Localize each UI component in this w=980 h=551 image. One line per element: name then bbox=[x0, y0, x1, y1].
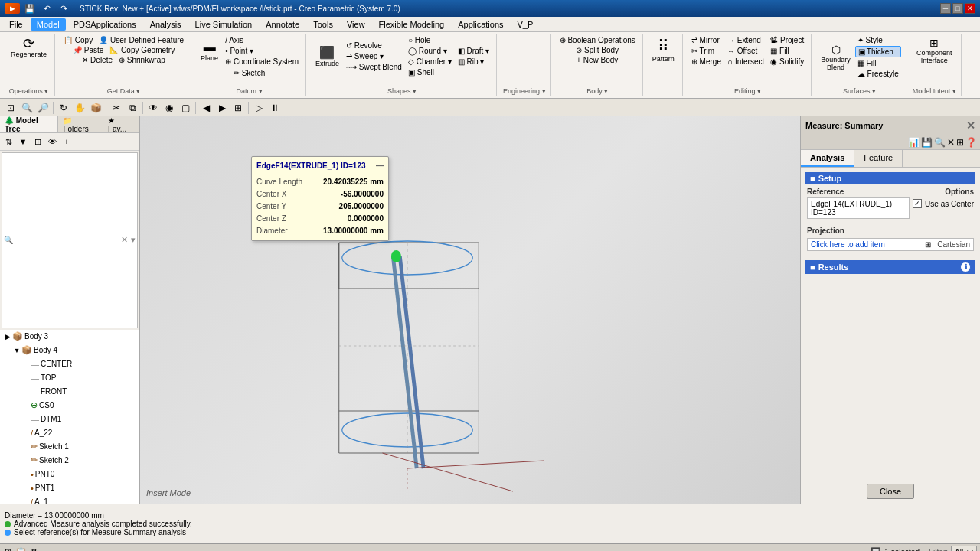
prev-view-btn[interactable]: ◀ bbox=[198, 101, 214, 115]
panel-tab-folders[interactable]: 📁 Folders bbox=[58, 116, 103, 132]
menu-pds[interactable]: PDSApplications bbox=[67, 18, 142, 31]
search-options-btn[interactable]: ▾ bbox=[129, 235, 137, 245]
wireframe-btn[interactable]: ▢ bbox=[178, 101, 193, 115]
search-input[interactable] bbox=[15, 236, 119, 244]
coord-sys-btn[interactable]: ⊕ Coordinate System bbox=[223, 57, 301, 67]
tooltip-close-icon[interactable]: — bbox=[376, 160, 384, 172]
zoom-in-btn[interactable]: 🔍 bbox=[19, 101, 34, 115]
solidify-btn[interactable]: ◉ Solidify bbox=[768, 57, 806, 67]
paste-btn[interactable]: 📌 Paste bbox=[70, 45, 106, 55]
panel-tab-model-tree[interactable]: 🌲 Model Tree bbox=[0, 116, 58, 132]
bottombar-icon-3[interactable]: ⚙ bbox=[30, 547, 38, 552]
style-btn[interactable]: ✦ Style bbox=[855, 35, 901, 45]
tree-item-a1[interactable]: / A_1 bbox=[0, 495, 139, 504]
projection-add-btn[interactable]: Click here to add item bbox=[811, 240, 922, 249]
round-btn[interactable]: ◯ Round ▾ bbox=[406, 46, 454, 56]
copy-btn[interactable]: 📋 Copy bbox=[61, 35, 95, 45]
bottombar-icon-1[interactable]: 🖥 bbox=[3, 547, 12, 552]
setup-section-title[interactable]: ■ Setup bbox=[805, 172, 975, 184]
menu-model[interactable]: Model bbox=[31, 18, 66, 31]
results-info-icon[interactable]: ℹ bbox=[960, 262, 971, 272]
menu-tools[interactable]: Tools bbox=[307, 18, 339, 31]
search-box[interactable]: 🔍 ✕ ▾ bbox=[2, 152, 138, 328]
boolean-ops-btn[interactable]: ⊕ Boolean Operations bbox=[557, 35, 638, 45]
shell-btn[interactable]: ▣ Shell bbox=[406, 67, 454, 77]
extrude-btn[interactable]: ⬛ Extrude bbox=[312, 44, 342, 69]
point-btn[interactable]: • Point ▾ bbox=[223, 46, 301, 56]
rp-icon-4[interactable]: ✕ bbox=[947, 137, 955, 148]
play-btn[interactable]: ▷ bbox=[251, 101, 266, 115]
menu-live-sim[interactable]: Live Simulation bbox=[189, 18, 259, 31]
new-body-btn[interactable]: + New Body bbox=[574, 55, 620, 65]
split-body-btn[interactable]: ⊘ Split Body bbox=[573, 45, 621, 55]
boundary-blend-btn[interactable]: ⬡ BoundaryBlend bbox=[818, 42, 854, 73]
refit-btn[interactable]: ⊞ bbox=[230, 101, 246, 115]
merge-btn[interactable]: ⊕ Merge bbox=[689, 57, 724, 67]
rp-tab-feature[interactable]: Feature bbox=[854, 150, 903, 167]
layer-btn[interactable]: ⧉ bbox=[125, 101, 140, 115]
tree-item-body3[interactable]: ▶ 📦 Body 3 bbox=[0, 330, 139, 344]
plane-btn[interactable]: ▬Plane bbox=[198, 39, 221, 64]
pan-btn[interactable]: ✋ bbox=[72, 101, 87, 115]
view-3d-btn[interactable]: 📦 bbox=[88, 101, 103, 115]
viewport[interactable]: EdgeF14(EXTRUDE_1) ID=123 — Curve Length… bbox=[140, 116, 800, 504]
menu-file[interactable]: File bbox=[3, 18, 29, 31]
component-interface-btn[interactable]: ⊞ ComponentInterface bbox=[913, 35, 956, 66]
shrinkwrap-btn[interactable]: ⊕ Shrinkwrap bbox=[116, 55, 168, 65]
zoom-out-btn[interactable]: 🔎 bbox=[35, 101, 51, 115]
bottombar-icon-2[interactable]: 📋 bbox=[15, 547, 27, 552]
rp-icon-5[interactable]: ⊞ bbox=[956, 137, 964, 148]
maximize-btn[interactable]: □ bbox=[952, 3, 963, 14]
user-defined-feature-btn[interactable]: 👤 User-Defined Feature bbox=[96, 35, 186, 45]
fill-surface-btn[interactable]: ▦ Fill bbox=[855, 58, 901, 68]
menu-analysis[interactable]: Analysis bbox=[144, 18, 188, 31]
panel-tab-favorites[interactable]: ★ Fav... bbox=[103, 116, 139, 132]
search-clear-btn[interactable]: ✕ bbox=[119, 235, 129, 245]
tree-item-body4[interactable]: ▼ 📦 Body 4 bbox=[0, 344, 139, 357]
swept-blend-btn[interactable]: ⟿ Swept Blend bbox=[344, 62, 404, 72]
extend-btn[interactable]: → Extend bbox=[725, 35, 766, 45]
rp-icon-2[interactable]: 💾 bbox=[921, 137, 933, 148]
rib-btn[interactable]: ▥ Rib ▾ bbox=[456, 57, 492, 67]
menu-flex[interactable]: Flexible Modeling bbox=[373, 18, 451, 31]
zoom-fit-btn[interactable]: ⊡ bbox=[3, 101, 18, 115]
right-panel-close-btn[interactable]: Close bbox=[867, 484, 914, 499]
minimize-btn[interactable]: ─ bbox=[940, 3, 951, 14]
spin-btn[interactable]: ↻ bbox=[56, 101, 71, 115]
hole-btn[interactable]: ○ Hole bbox=[406, 35, 454, 45]
freestyle-btn[interactable]: ☁ Freestyle bbox=[855, 69, 901, 79]
projection-icon-1[interactable]: ⊞ bbox=[925, 240, 931, 249]
tree-item-dtm1[interactable]: — DTM1 bbox=[0, 412, 139, 426]
tree-sort-btn[interactable]: ⇅ bbox=[2, 135, 15, 148]
hide-show-btn[interactable]: 👁 bbox=[145, 101, 161, 115]
mirror-btn[interactable]: ⇌ Mirror bbox=[689, 35, 724, 45]
tree-item-sketch1[interactable]: ✏ Sketch 1 bbox=[0, 440, 139, 454]
tree-item-pnt1[interactable]: • PNT1 bbox=[0, 481, 139, 495]
menu-view[interactable]: View bbox=[341, 18, 371, 31]
revolve-btn[interactable]: ↺ Revolve bbox=[344, 41, 404, 51]
filter-select[interactable]: All bbox=[951, 546, 977, 552]
menu-apps[interactable]: Applications bbox=[452, 18, 509, 31]
use-as-center-checkbox[interactable]: ✓ bbox=[913, 199, 922, 208]
chamfer-btn[interactable]: ◇ Chamfer ▾ bbox=[406, 57, 454, 67]
delete-btn[interactable]: ✕ Delete bbox=[80, 55, 115, 65]
menu-vp[interactable]: V_P bbox=[511, 18, 540, 31]
fill-btn[interactable]: ▦ Fill bbox=[768, 46, 806, 56]
tree-item-top[interactable]: — TOP bbox=[0, 371, 139, 385]
intersect-btn[interactable]: ∩ Intersect bbox=[725, 57, 766, 67]
tree-item-sketch2[interactable]: ✏ Sketch 2 bbox=[0, 454, 139, 468]
tree-item-center[interactable]: — CENTER bbox=[0, 357, 139, 371]
tree-item-cs0[interactable]: ⊕ CS0 bbox=[0, 399, 139, 412]
tree-add-btn[interactable]: + bbox=[60, 135, 74, 148]
render-btn[interactable]: ◉ bbox=[162, 101, 177, 115]
section-btn[interactable]: ✂ bbox=[109, 101, 124, 115]
tree-columns-btn[interactable]: ⊞ bbox=[31, 135, 44, 148]
sweep-btn[interactable]: ⇀ Sweep ▾ bbox=[344, 51, 404, 61]
tree-item-pnt0[interactable]: • PNT0 bbox=[0, 468, 139, 481]
axis-btn[interactable]: / Axis bbox=[223, 35, 301, 45]
right-panel-close-icon[interactable]: ✕ bbox=[966, 119, 975, 132]
project-btn[interactable]: 📽 Project bbox=[768, 35, 806, 45]
pattern-btn[interactable]: ⠿ Pattern bbox=[649, 35, 678, 64]
rp-icon-3[interactable]: 🔍 bbox=[934, 137, 946, 148]
rp-reference-field[interactable]: EdgeF14(EXTRUDE_1) ID=123 bbox=[807, 197, 910, 219]
